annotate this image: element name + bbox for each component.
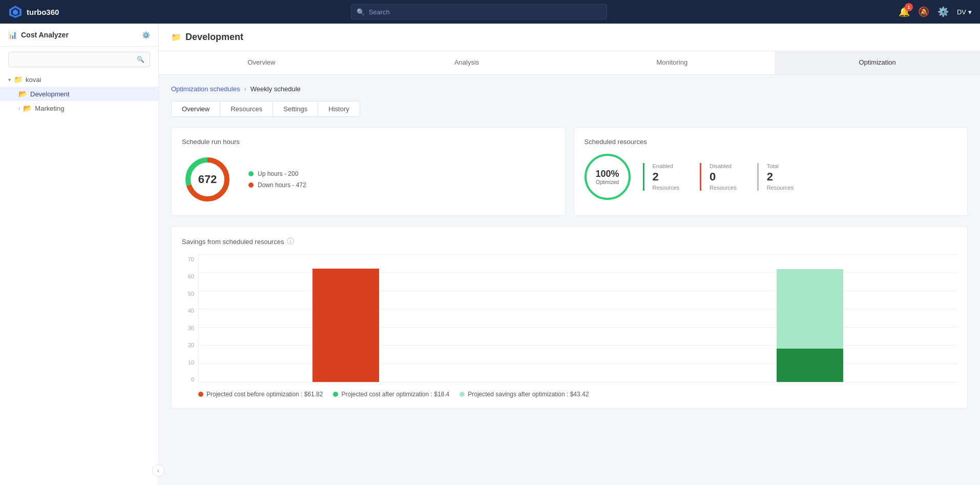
search-icon-small: 🔍 [137, 56, 144, 63]
resource-stat-disabled: Disabled 0 Resources [700, 163, 745, 191]
sub-tab-overview[interactable]: Overview [172, 102, 220, 116]
chevron-right-icon: › [18, 106, 20, 111]
tab-overview[interactable]: Overview [159, 51, 364, 74]
disabled-sublabel: Resources [710, 185, 737, 191]
sidebar-item-development[interactable]: 📂 Development [0, 87, 158, 101]
sidebar-item-marketing-label: Marketing [35, 105, 64, 112]
y-label-20: 20 [182, 342, 194, 348]
app-logo[interactable]: turbo360 [8, 5, 59, 19]
alerts-button[interactable]: 🔕 [918, 6, 929, 17]
sub-tab-settings[interactable]: Settings [273, 102, 318, 116]
sidebar-search-input[interactable]: 🔍 [8, 52, 150, 67]
nav-actions: 🔔 1 🔕 ⚙️ DV ▾ [899, 6, 972, 17]
total-value: 2 [767, 170, 794, 184]
sidebar-settings-icon[interactable]: ⚙️ [142, 31, 150, 39]
legend-up-label: Up hours - 200 [258, 170, 298, 177]
enabled-label: Enabled [653, 163, 680, 169]
search-area: 🔍 Search [59, 4, 899, 19]
folder-page-icon: 📁 [171, 32, 181, 42]
optimized-pct: 100% [595, 169, 619, 179]
legend-before-dot [198, 392, 203, 397]
user-menu[interactable]: DV ▾ [957, 8, 972, 16]
legend-savings-dot [460, 392, 465, 397]
y-label-10: 10 [182, 359, 194, 366]
bar-after [777, 349, 843, 382]
donut-chart: 672 [182, 154, 233, 205]
sidebar-title-text: Cost Analyzer [21, 31, 69, 39]
app-name: turbo360 [27, 8, 59, 16]
total-label: Total [767, 163, 794, 169]
donut-center-value: 672 [198, 173, 217, 186]
logo-icon [8, 5, 23, 19]
sidebar-collapse-button[interactable]: ‹ [152, 464, 164, 477]
breadcrumb-current: Weekly schedule [251, 85, 301, 93]
resource-stat-enabled: Enabled 2 Resources [643, 163, 688, 191]
folder-open-icon: 📁 [14, 75, 23, 84]
legend-after-label: Projected cost after optimization : $18.… [341, 391, 449, 398]
bar-group-before [230, 254, 462, 382]
schedule-run-hours-title: Schedule run hours [182, 138, 555, 146]
chevron-down-icon: ▾ [8, 77, 11, 83]
sidebar-item-kovai[interactable]: ▾ 📁 kovai [0, 72, 158, 87]
sub-tab-bar: Overview Resources Settings History [171, 101, 360, 117]
collapse-icon: ‹ [157, 468, 159, 474]
y-label-60: 60 [182, 273, 194, 279]
y-label-40: 40 [182, 308, 194, 314]
sidebar-title: 📊 Cost Analyzer [8, 31, 69, 39]
optimized-section: 100% Optimized Enabled 2 Resources Disab… [585, 154, 957, 200]
gear-icon: ⚙️ [937, 6, 949, 17]
main-content: 📁 Development Overview Analysis Monitori… [159, 24, 980, 485]
chart-wrapper: 0 10 20 30 40 50 60 70 [182, 254, 957, 382]
disabled-value: 0 [710, 170, 737, 184]
page-header: 📁 Development [159, 24, 980, 51]
chart-bars-area [198, 254, 957, 382]
bar-group-after [694, 254, 926, 382]
top-nav: turbo360 🔍 Search 🔔 1 🔕 ⚙️ DV ▾ [0, 0, 980, 24]
legend-down-hours: Down hours - 472 [248, 181, 306, 189]
user-initials: DV [957, 8, 966, 16]
enabled-sublabel: Resources [653, 185, 680, 191]
savings-chart-title: Savings from scheduled resources ⓘ [182, 237, 957, 246]
search-bar[interactable]: 🔍 Search [351, 4, 607, 19]
chevron-down-icon: ▾ [968, 8, 972, 16]
tab-analysis[interactable]: Analysis [364, 51, 570, 74]
savings-chart-card: Savings from scheduled resources ⓘ 0 10 … [171, 226, 968, 409]
bar-before [312, 269, 379, 382]
cards-row: Schedule run hours 672 [171, 127, 968, 216]
legend-up-hours: Up hours - 200 [248, 170, 306, 177]
tab-bar: Overview Analysis Monitoring Optimizatio… [159, 51, 980, 75]
cost-analyzer-icon: 📊 [8, 31, 17, 39]
info-icon: ⓘ [287, 237, 294, 246]
scheduled-resources-title: Scheduled resources [585, 138, 957, 146]
sub-tab-history[interactable]: History [318, 102, 359, 116]
optimized-label: Optimized [596, 179, 619, 185]
enabled-value: 2 [653, 170, 680, 184]
legend-down-dot [248, 183, 254, 188]
legend-down-label: Down hours - 472 [258, 181, 306, 189]
notifications-button[interactable]: 🔔 1 [899, 6, 910, 17]
breadcrumb: Optimization schedules › Weekly schedule [171, 85, 968, 93]
layout: 📊 Cost Analyzer ⚙️ 🔍 ▾ 📁 kovai 📂 Develop… [0, 24, 980, 485]
sidebar: 📊 Cost Analyzer ⚙️ 🔍 ▾ 📁 kovai 📂 Develop… [0, 24, 159, 485]
sidebar-item-marketing[interactable]: › 📂 Marketing [0, 101, 158, 115]
legend-after-dot [333, 392, 338, 397]
donut-section: 672 Up hours - 200 Down hours - 472 [182, 154, 555, 205]
sub-tab-resources[interactable]: Resources [220, 102, 273, 116]
legend-before: Projected cost before optimization : $61… [198, 391, 323, 398]
y-label-0: 0 [182, 376, 194, 382]
bell-outline-icon: 🔕 [918, 6, 929, 17]
sidebar-header: 📊 Cost Analyzer ⚙️ [0, 24, 158, 47]
tab-monitoring[interactable]: Monitoring [570, 51, 775, 74]
total-sublabel: Resources [767, 185, 794, 191]
sidebar-item-kovai-label: kovai [26, 76, 41, 84]
chart-legend: Up hours - 200 Down hours - 472 [248, 170, 306, 189]
legend-before-label: Projected cost before optimization : $61… [206, 391, 323, 398]
settings-button[interactable]: ⚙️ [937, 6, 949, 17]
legend-up-dot [248, 171, 254, 176]
content-area: Optimization schedules › Weekly schedule… [159, 75, 980, 419]
y-label-50: 50 [182, 291, 194, 297]
breadcrumb-link[interactable]: Optimization schedules [171, 85, 240, 93]
tab-optimization[interactable]: Optimization [775, 51, 980, 74]
legend-savings-label: Projected savings after optimization : $… [468, 391, 589, 398]
sidebar-item-development-label: Development [30, 90, 70, 98]
